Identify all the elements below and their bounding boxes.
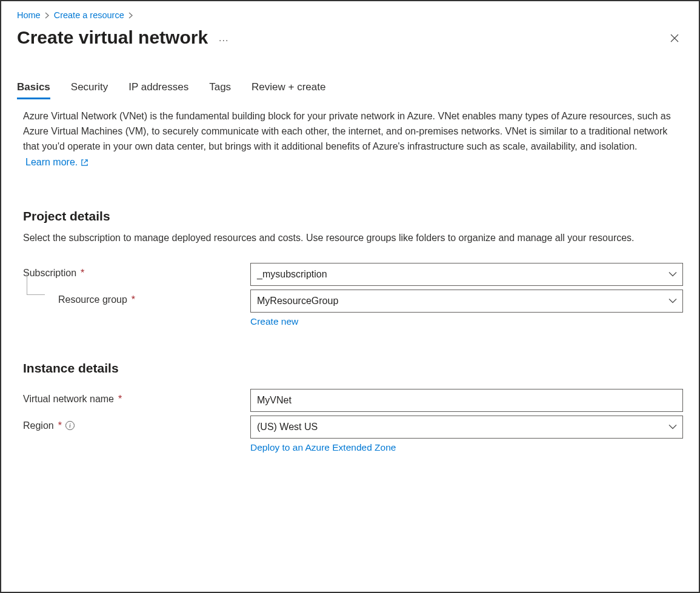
close-button[interactable] (666, 30, 683, 47)
more-actions-button[interactable]: ··· (216, 33, 231, 48)
project-details-description: Select the subscription to manage deploy… (23, 231, 683, 246)
tab-review-create[interactable]: Review + create (252, 78, 325, 99)
resource-group-select[interactable]: MyResourceGroup (250, 290, 683, 313)
required-indicator: * (118, 394, 122, 405)
breadcrumb: Home Create a resource (17, 10, 683, 24)
required-indicator: * (81, 268, 84, 279)
intro-text: Azure Virtual Network (VNet) is the fund… (23, 111, 671, 151)
create-new-resource-group-link[interactable]: Create new (250, 316, 298, 327)
section-title-project-details: Project details (23, 209, 683, 224)
required-indicator: * (132, 294, 135, 305)
tab-ip-addresses[interactable]: IP addresses (128, 78, 188, 99)
region-select[interactable]: (US) West US (250, 416, 683, 439)
breadcrumb-home[interactable]: Home (17, 10, 41, 20)
tab-security[interactable]: Security (71, 78, 108, 99)
info-icon[interactable]: i (65, 421, 75, 430)
breadcrumb-create-resource[interactable]: Create a resource (54, 10, 124, 20)
page-title: Create virtual network (17, 27, 208, 48)
tab-tags[interactable]: Tags (209, 78, 231, 99)
external-link-icon (81, 159, 88, 167)
deploy-extended-zone-link[interactable]: Deploy to an Azure Extended Zone (250, 442, 396, 453)
close-icon (670, 33, 679, 43)
chevron-right-icon (128, 12, 133, 19)
subscription-label: Subscription (23, 268, 76, 279)
chevron-right-icon (45, 12, 50, 19)
resource-group-label: Resource group (58, 294, 127, 305)
subscription-select[interactable]: _mysubscription (250, 263, 683, 286)
required-indicator: * (58, 420, 62, 431)
virtual-network-name-input[interactable] (250, 389, 683, 412)
tab-bar: Basics Security IP addresses Tags Review… (17, 78, 683, 99)
region-label: Region (23, 420, 54, 431)
learn-more-link[interactable]: Learn more. (25, 155, 88, 170)
section-title-instance-details: Instance details (23, 361, 683, 376)
tab-basics[interactable]: Basics (17, 78, 50, 99)
virtual-network-name-label: Virtual network name (23, 394, 114, 405)
